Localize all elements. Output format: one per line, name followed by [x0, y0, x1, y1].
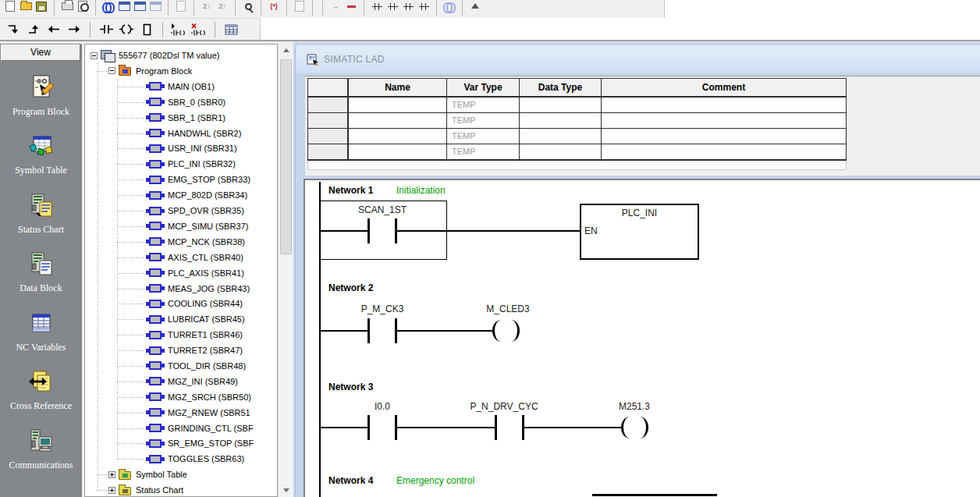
scrollbar-thumb[interactable] — [280, 59, 292, 254]
contact-operand[interactable]: P_N_DRV_CYC — [449, 401, 559, 412]
tree-item-subroutine[interactable]: HANDWHL (SBR2) — [145, 126, 241, 141]
view-header-button[interactable]: View — [1, 44, 80, 61]
network-4-label[interactable]: Network 4 — [328, 475, 373, 486]
tree-item-subroutine[interactable]: MAIN (OB1) — [145, 79, 215, 94]
row-selector[interactable] — [308, 144, 349, 160]
ladder-edit-2-icon[interactable] — [385, 0, 400, 18]
tree-item-subroutine[interactable]: MCP_802D (SBR34) — [145, 187, 247, 203]
tree-item-status-chart[interactable]: Status Chart — [108, 482, 183, 497]
print-icon[interactable] — [59, 0, 75, 18]
column-header-var-type[interactable]: Var Type — [447, 79, 520, 98]
name-cell[interactable] — [349, 98, 447, 113]
open-folder-icon[interactable] — [18, 0, 34, 18]
network-1-comment[interactable]: Initialization — [396, 185, 446, 196]
binoculars-find-icon[interactable] — [101, 0, 116, 18]
coil-symbol[interactable] — [492, 320, 502, 342]
scroll-up-button[interactable] — [279, 44, 293, 57]
coil-operand[interactable]: M251.3 — [588, 401, 681, 412]
comment-icon[interactable]: (*) — [266, 0, 282, 18]
column-header-comment[interactable]: Comment — [602, 79, 846, 98]
sort-up-icon[interactable]: 2↑ — [215, 0, 230, 18]
name-cell[interactable] — [349, 113, 447, 129]
coil-operand[interactable]: M_CLED3 — [461, 304, 555, 314]
contact-icon[interactable] — [96, 21, 116, 38]
line-down-icon[interactable] — [3, 21, 23, 38]
arrow-icon[interactable]: → — [328, 0, 343, 18]
tree-item-subroutine[interactable]: COOLING (SBR44) — [145, 296, 243, 311]
sidebar-item-status-chart[interactable]: Status Chart — [0, 192, 82, 236]
sidebar-item-symbol-table[interactable]: Symbol Table — [0, 133, 82, 176]
tree-item-subroutine[interactable]: MGZ_INI (SBR49) — [145, 374, 238, 389]
collapse-icon[interactable] — [91, 52, 98, 59]
tree-item-subroutine[interactable]: MEAS_JOG (SBR43) — [145, 281, 250, 296]
var-type-cell[interactable]: TEMP — [447, 144, 520, 160]
coil-symbol[interactable] — [621, 417, 631, 438]
tree-item-subroutine[interactable]: USR_INI (SBR31) — [145, 140, 237, 156]
row-selector-header[interactable] — [308, 79, 349, 98]
tree-item-subroutine[interactable]: EMG_STOP (SBR33) — [145, 172, 250, 187]
network-1-label[interactable]: Network 1 — [328, 185, 373, 196]
contact-symbol[interactable] — [368, 218, 370, 243]
comment-cell[interactable] — [602, 98, 846, 113]
data-type-cell[interactable] — [520, 129, 602, 144]
tree-item-subroutine[interactable]: MCP_SIMU (SBR37) — [145, 218, 248, 234]
coil-icon[interactable] — [116, 21, 137, 38]
data-type-cell[interactable] — [520, 98, 602, 113]
sidebar-item-cross-reference[interactable]: Cross Reference — [0, 368, 82, 412]
coil-symbol[interactable] — [638, 417, 648, 438]
block-name[interactable]: PLC_INI — [581, 208, 698, 218]
contact-symbol[interactable] — [368, 415, 370, 440]
line-up-icon[interactable] — [23, 21, 44, 38]
window-grid-icon[interactable] — [116, 0, 132, 18]
tree-item-subroutine[interactable]: PLC_AXIS (SBR41) — [145, 265, 244, 281]
name-cell[interactable] — [349, 144, 447, 160]
comment-cell[interactable] — [602, 113, 846, 129]
contact-symbol[interactable] — [495, 415, 497, 440]
function-block[interactable]: PLC_INI EN — [580, 204, 699, 260]
save-icon[interactable] — [34, 0, 49, 18]
contact-symbol[interactable] — [368, 318, 370, 343]
tree-item-subroutine[interactable]: SBR_0 (SBR0) — [145, 94, 225, 110]
tree-item-subroutine[interactable]: SPD_OVR (SBR35) — [145, 203, 244, 218]
remove-icon[interactable] — [343, 0, 359, 18]
contact-operand[interactable]: I0.0 — [336, 401, 429, 412]
tree-item-subroutine[interactable]: PLC_INI (SBR32) — [145, 156, 236, 172]
print-preview-icon[interactable] — [75, 0, 91, 18]
upload-icon[interactable] — [467, 0, 483, 18]
sidebar-item-data-block[interactable]: Data Block — [0, 250, 82, 294]
row-selector[interactable] — [308, 113, 349, 129]
data-type-cell[interactable] — [520, 144, 602, 160]
tree-item-subroutine[interactable]: MGZ_SRCH (SBR50) — [145, 389, 251, 405]
sort-down-icon[interactable]: 2↓ — [199, 0, 215, 18]
new-document-icon[interactable] — [2, 0, 18, 18]
var-type-cell[interactable]: TEMP — [447, 129, 520, 144]
collapse-icon[interactable] — [108, 67, 115, 74]
window-title-bar[interactable]: SIMATIC LAD — [296, 46, 980, 73]
tree-item-subroutine[interactable]: MCP_NCK (SBR38) — [145, 234, 245, 250]
magnifier-icon[interactable] — [240, 0, 256, 18]
coil-symbol[interactable] — [510, 320, 520, 342]
column-header-data-type[interactable]: Data Type — [520, 79, 602, 98]
name-cell[interactable] — [349, 129, 447, 144]
tree-item-subroutine[interactable]: TOGGLES (SBR63) — [145, 451, 244, 467]
tree-item-subroutine[interactable]: AXIS_CTL (SBR40) — [145, 250, 243, 265]
comment-cell[interactable] — [602, 129, 846, 144]
tree-item-subroutine[interactable]: SBR_1 (SBR1) — [145, 110, 225, 126]
function-block-partial[interactable] — [592, 494, 717, 496]
table-view-icon[interactable] — [221, 21, 241, 38]
tree-item-subroutine[interactable]: MGZ_RNEW (SBR51 — [145, 405, 250, 421]
delete-network-icon[interactable] — [189, 21, 209, 38]
ladder-edit-4-icon[interactable] — [416, 0, 431, 18]
comment-cell[interactable] — [602, 144, 846, 160]
sidebar-item-communications[interactable]: Communications — [0, 428, 82, 471]
insert-network-icon[interactable] — [169, 21, 189, 38]
network-2-label[interactable]: Network 2 — [328, 282, 373, 293]
tree-item-symbol-table[interactable]: Symbol Table — [108, 467, 187, 482]
line-right-icon[interactable] — [64, 21, 84, 38]
expand-icon[interactable] — [108, 487, 115, 494]
tree-item-subroutine[interactable]: LUBRICAT (SBR45) — [145, 311, 245, 327]
sidebar-item-nc-variables[interactable]: NC Variables — [0, 310, 82, 353]
tree-item-project-root[interactable]: 555677 (802Dsl TM value) — [91, 48, 219, 63]
tree-item-subroutine[interactable]: TOOL_DIR (SBR48) — [145, 358, 246, 374]
tree-item-subroutine[interactable]: GRINDING_CTL (SBF — [145, 421, 254, 436]
